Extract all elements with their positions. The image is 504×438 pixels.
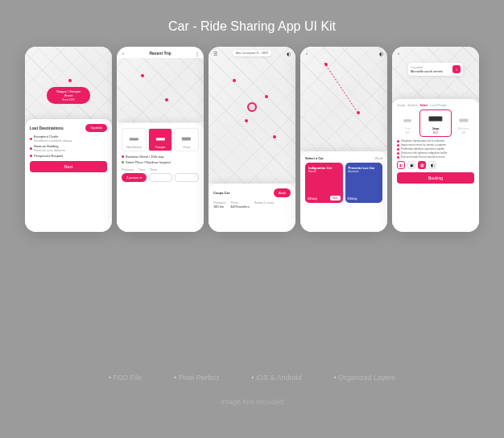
pickup-icon bbox=[122, 155, 124, 158]
go-icon[interactable]: › bbox=[452, 65, 461, 73]
time-input[interactable] bbox=[149, 173, 173, 182]
svg-rect-1 bbox=[155, 138, 164, 140]
option-icon-1[interactable]: ◐ bbox=[397, 161, 405, 169]
menu-icon[interactable]: ☰ bbox=[212, 50, 218, 56]
search-input[interactable]: Atlas Consequator Sr. - 23652 bbox=[233, 50, 271, 56]
next-button[interactable]: Next bbox=[30, 161, 107, 172]
car-option-hatchback[interactable]: Hatchback bbox=[122, 128, 147, 151]
kit-title: Car - Ride Sharing App UI Kit bbox=[0, 0, 504, 47]
phones-row: Oregon / Semper StreetStreet 2432 Last D… bbox=[0, 47, 504, 232]
location-input[interactable]: Location Marseille south streets › bbox=[408, 63, 463, 76]
destinations-card: Last Destinations Trip details Excepteur… bbox=[25, 119, 112, 232]
location-chip: Oregon / Semper StreetStreet 2432 bbox=[47, 87, 90, 104]
car-card-2[interactable]: Prevents Lux Car Automatic $18/daily bbox=[345, 163, 383, 203]
tab-student[interactable]: Student bbox=[407, 104, 417, 107]
list-item[interactable]: Nostrum BuildingNostrum quis dolorem bbox=[30, 144, 107, 152]
section-title: Last Destinations bbox=[30, 126, 64, 130]
feature-item: Organized Layers bbox=[333, 374, 395, 382]
book-button[interactable]: Book bbox=[330, 196, 341, 200]
svg-rect-0 bbox=[130, 138, 138, 140]
tab-safari[interactable]: Safari bbox=[419, 104, 428, 107]
map-bg bbox=[209, 47, 295, 184]
screen-recent-trip: ‹ Recent Trip ⋮ Hatchback Coupe Jeep Bus… bbox=[117, 47, 204, 232]
feature-item: PSD File bbox=[109, 374, 142, 382]
car-card-1[interactable]: Indignation Car Manual $26/daily Book bbox=[305, 163, 343, 203]
location-icon bbox=[30, 138, 32, 140]
car-type-label: Coupe Car bbox=[213, 191, 229, 195]
map-bg bbox=[300, 47, 387, 151]
svg-rect-5 bbox=[459, 118, 468, 122]
dropoff-icon bbox=[122, 161, 124, 163]
car-option-jeep[interactable]: Jeep bbox=[174, 128, 199, 151]
booking-card: Coupe Car Book Distance185 km Price$47/t… bbox=[209, 184, 295, 232]
persons-selector[interactable]: 2 person ▾ bbox=[122, 173, 147, 182]
back-icon[interactable]: ‹ bbox=[304, 50, 310, 56]
profile-icon[interactable]: ◐ bbox=[286, 50, 292, 56]
screen-booking-details: ‹ Location Marseille south streets › Tou… bbox=[392, 47, 479, 232]
car-option-coupe[interactable]: Coupe bbox=[148, 128, 173, 151]
option-icon-4[interactable]: ◧ bbox=[428, 161, 436, 169]
disclaimer-text: Image Not Included bbox=[0, 398, 504, 406]
tab-tourist[interactable]: Tourist bbox=[397, 104, 405, 107]
select-car-title: Select a Car bbox=[305, 156, 324, 160]
svg-rect-4 bbox=[429, 117, 443, 122]
back-icon[interactable]: ‹ bbox=[395, 50, 402, 56]
location-icon bbox=[30, 155, 32, 157]
map-bg bbox=[117, 58, 204, 122]
svg-rect-2 bbox=[182, 137, 191, 140]
book-button[interactable]: Book bbox=[274, 188, 291, 197]
trip-card: Hatchback Coupe Jeep Business Street / 1… bbox=[117, 123, 204, 232]
date-input[interactable] bbox=[175, 173, 199, 182]
dropoff-address: Street Plaso / Rainbow hospital bbox=[126, 160, 171, 164]
list-item[interactable]: Perspiciatis Hospital bbox=[30, 154, 107, 158]
screen-map-search: ☰ Atlas Consequator Sr. - 23652 ◐ Coupe … bbox=[209, 47, 295, 232]
screen-destinations: Oregon / Semper StreetStreet 2432 Last D… bbox=[25, 47, 112, 232]
footer: PSD File Pixel Perfect iOS & Android Org… bbox=[0, 374, 504, 406]
back-icon[interactable]: ‹ bbox=[120, 50, 126, 56]
feature-item: Pixel Perfect bbox=[174, 374, 219, 382]
select-car-card: Select a Car Word Indignation Car Manual… bbox=[300, 151, 387, 232]
header-title: Recent Trip bbox=[149, 51, 171, 56]
location-icon bbox=[30, 147, 32, 150]
details-card: Tourist Student Safari Local People Taxi… bbox=[392, 99, 479, 232]
tab-local[interactable]: Local People bbox=[430, 104, 446, 107]
feature-item: iOS & Android bbox=[251, 374, 301, 382]
menu-icon[interactable]: ⋮ bbox=[194, 50, 200, 56]
pickup-address: Business Street / 10th way bbox=[126, 155, 163, 159]
option-icon-3[interactable]: ▦ bbox=[418, 161, 426, 169]
trip-details-button[interactable]: Trip details bbox=[85, 124, 107, 132]
option-icon-2[interactable]: ▣ bbox=[407, 161, 415, 169]
booking-button[interactable]: Booking bbox=[397, 172, 474, 184]
screen-select-car: ‹ ◐ Select a Car Word Indignation Car Ma… bbox=[300, 47, 387, 232]
list-item[interactable]: Excepteur CastleIncididunt cupidatat ali… bbox=[30, 134, 107, 143]
profile-icon[interactable]: ◐ bbox=[378, 50, 384, 56]
svg-rect-3 bbox=[403, 119, 411, 122]
category-tabs: Tourist Student Safari Local People bbox=[397, 104, 474, 107]
